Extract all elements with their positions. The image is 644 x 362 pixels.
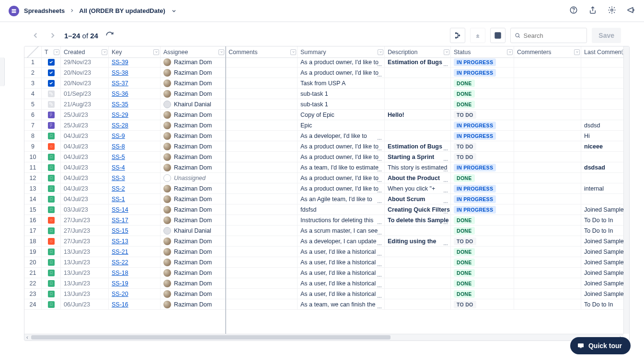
col-header-commenters[interactable]: Commenters [514,46,581,49]
toolbar: 1–24 of 24 Save [21,25,630,46]
share-icon[interactable] [588,6,597,16]
top-actions [569,6,635,16]
col-header-assignee[interactable]: Assignee [161,46,226,49]
search-input[interactable] [524,32,583,39]
svg-rect-2 [12,12,16,13]
col-header-comments[interactable]: Comments [226,46,298,49]
refresh-button[interactable] [104,30,115,41]
toolbar-right: Save [450,28,621,43]
svg-point-4 [574,11,574,12]
columns-button[interactable] [490,28,506,43]
save-button[interactable]: Save [592,28,621,43]
vertical-scrollbar[interactable] [623,46,629,49]
announcement-icon[interactable] [627,6,635,16]
search-box[interactable] [510,28,587,43]
svg-rect-9 [495,33,501,38]
breadcrumb-view[interactable]: All (ORDER BY updatedDate) [79,7,165,14]
svg-point-10 [516,34,519,37]
hierarchy-button[interactable] [450,28,465,43]
svg-point-5 [611,9,613,11]
pager-range: 1–24 [64,32,80,40]
app-logo-icon [9,6,19,16]
select-all-corner[interactable] [24,46,42,49]
toolbar-left: 1–24 of 24 [30,30,115,41]
chevron-down-icon[interactable] [171,8,177,14]
column-splitter[interactable] [225,46,226,49]
col-header-description[interactable]: Description [385,46,451,49]
svg-rect-0 [12,9,16,10]
breadcrumbs: Spreadsheets All (ORDER BY updatedDate) [9,6,177,16]
svg-rect-1 [12,11,16,11]
history-forward-button[interactable] [47,30,58,41]
top-bar: Spreadsheets All (ORDER BY updatedDate) [0,0,644,22]
spreadsheet-grid: TCreatedKeyAssigneeCommentsSummaryDescri… [24,46,630,49]
help-icon[interactable] [569,6,578,16]
svg-point-7 [456,37,457,38]
pager-label: 1–24 of 24 [64,32,98,40]
pager-total: 24 [90,32,98,40]
history-back-button[interactable] [30,30,41,41]
col-header-last-comment[interactable]: Last Comment [581,46,629,49]
col-header-status[interactable]: Status [451,46,514,49]
col-header-key[interactable]: Key [109,46,161,49]
settings-icon[interactable] [608,6,616,16]
chevron-right-icon [69,7,74,14]
col-header-created[interactable]: Created [61,46,109,49]
svg-point-6 [456,33,457,34]
collapse-button[interactable] [470,28,485,43]
col-header-type[interactable]: T [42,46,61,49]
col-header-summary[interactable]: Summary [298,46,385,49]
svg-point-8 [459,35,460,36]
breadcrumb-module[interactable]: Spreadsheets [24,7,65,14]
